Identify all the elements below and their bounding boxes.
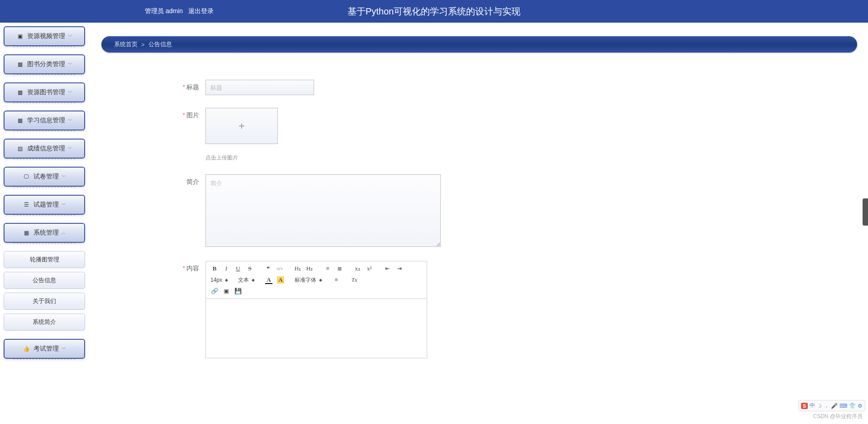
italic-button[interactable]: I	[221, 264, 231, 273]
chevron-down-icon: ﹀	[62, 202, 66, 208]
sidebar-item-system[interactable]: ▦ 系统管理 ︿	[4, 223, 85, 243]
standard-font-select[interactable]: 标准字体 ◆	[294, 275, 323, 285]
save-button[interactable]: 💾	[233, 287, 243, 296]
sidebar-item-label: 资源图书管理	[27, 88, 65, 96]
chevron-down-icon: ﹀	[68, 117, 72, 124]
h1-button[interactable]: H₁	[293, 264, 303, 273]
submenu-label: 系统简介	[33, 318, 56, 326]
grid-icon: ▦	[16, 61, 24, 67]
user-info: 管理员 admin 退出登录	[145, 7, 214, 15]
submenu-intro[interactable]: 系统简介	[4, 313, 85, 331]
insert-image-button[interactable]: ▣	[221, 287, 231, 296]
superscript-button[interactable]: x²	[364, 264, 374, 273]
breadcrumb-separator: >	[141, 41, 145, 48]
outdent-button[interactable]: ⇤	[382, 264, 392, 273]
monitor-icon: 🖵	[23, 173, 30, 180]
select-arrow-icon: ◆	[319, 278, 322, 282]
content-label: *内容	[165, 261, 205, 273]
submenu-announcement[interactable]: 公告信息	[4, 272, 85, 289]
select-arrow-icon: ◆	[252, 278, 255, 282]
sidebar-item-exam-paper[interactable]: 🖵 试卷管理 ﹀	[4, 167, 85, 187]
fontfamily-select[interactable]: 文本 ◆	[237, 275, 256, 285]
sidebar-item-label: 系统管理	[33, 229, 59, 237]
role-label: 管理员	[145, 7, 164, 15]
form-row-image: *图片 + 点击上传图片	[165, 108, 794, 162]
link-button[interactable]: 🔗	[210, 287, 219, 296]
right-drawer-handle[interactable]	[863, 198, 868, 226]
sidebar-item-grades[interactable]: ▤ 成绩信息管理 ﹀	[4, 139, 85, 159]
form-row-content: *内容 B I U S ❝ </> H₁ H₂	[165, 261, 794, 358]
video-icon: ▣	[16, 33, 24, 39]
sidebar-item-label: 试题管理	[33, 201, 59, 209]
code-button[interactable]: </>	[275, 264, 285, 273]
clear-format-button[interactable]: Tx	[349, 275, 359, 284]
chevron-down-icon: ﹀	[68, 89, 72, 96]
chevron-down-icon: ﹀	[62, 173, 66, 180]
submenu-label: 关于我们	[33, 297, 56, 305]
highlight-button[interactable]: A	[276, 275, 286, 284]
header-ribbon: 管理员 admin 退出登录 基于Python可视化的学习系统的设计与实现	[0, 0, 868, 23]
sidebar-item-label: 成绩信息管理	[27, 145, 65, 153]
sidebar-item-exam-mgmt[interactable]: 👍 考试管理 ﹀	[4, 339, 85, 359]
title-label: *标题	[165, 80, 205, 92]
required-star: *	[183, 83, 185, 91]
intro-textarea[interactable]	[205, 174, 441, 247]
underline-button[interactable]: U	[233, 264, 243, 273]
breadcrumb-current: 公告信息	[148, 40, 172, 48]
sidebar-item-label: 图书分类管理	[27, 60, 65, 68]
chevron-down-icon: ﹀	[68, 33, 72, 39]
strike-button[interactable]: S	[245, 264, 255, 273]
sidebar-item-label: 考试管理	[33, 345, 59, 353]
grid-icon: ▦	[23, 230, 30, 236]
indent-button[interactable]: ⇥	[394, 264, 404, 273]
ordered-list-button[interactable]: ≡	[323, 264, 333, 273]
select-arrow-icon: ◆	[225, 278, 228, 282]
breadcrumb: 系统首页 > 公告信息	[101, 36, 857, 53]
bold-button[interactable]: B	[210, 264, 219, 273]
required-star: *	[183, 265, 185, 272]
unordered-list-button[interactable]: ≣	[334, 264, 344, 273]
sidebar-item-book-resource[interactable]: ▦ 资源图书管理 ﹀	[4, 82, 85, 102]
text-color-button[interactable]: A	[264, 275, 274, 284]
sidebar: ▣ 资源视频管理 ﹀ ▦ 图书分类管理 ﹀ ▦ 资源图书管理 ﹀ ▦ 学习信息管…	[4, 23, 85, 367]
image-upload-box[interactable]: +	[205, 108, 278, 144]
chevron-up-icon: ︿	[62, 230, 66, 236]
sidebar-item-video[interactable]: ▣ 资源视频管理 ﹀	[4, 26, 85, 46]
form-row-intro: 简介	[165, 174, 794, 248]
breadcrumb-home[interactable]: 系统首页	[114, 40, 138, 48]
quote-button[interactable]: ❝	[263, 264, 273, 273]
app-title: 基于Python可视化的学习系统的设计与实现	[348, 5, 520, 18]
sidebar-item-label: 资源视频管理	[27, 32, 65, 40]
image-label: *图片	[165, 108, 205, 120]
plus-icon: +	[238, 120, 245, 132]
sidebar-item-questions[interactable]: ☰ 试题管理 ﹀	[4, 195, 85, 215]
upload-hint: 点击上传图片	[205, 154, 278, 162]
h2-button[interactable]: H₂	[305, 264, 315, 273]
editor-body[interactable]	[206, 299, 427, 358]
fontsize-select[interactable]: 14px ◆	[210, 275, 229, 285]
username: admin	[166, 7, 183, 15]
table-icon: ▤	[16, 145, 24, 152]
chevron-down-icon: ﹀	[68, 145, 72, 152]
editor-toolbar: B I U S ❝ </> H₁ H₂ ≡ ≣ x₂	[206, 261, 427, 299]
grid-icon: ▦	[16, 117, 24, 124]
required-star: *	[183, 111, 185, 119]
rich-editor: B I U S ❝ </> H₁ H₂ ≡ ≣ x₂	[205, 261, 427, 358]
title-input[interactable]	[205, 80, 314, 95]
form-area: *标题 *图片 + 点击上传图片 简介	[101, 53, 857, 389]
submenu-label: 轮播图管理	[30, 255, 59, 264]
submenu-carousel[interactable]: 轮播图管理	[4, 251, 85, 268]
sidebar-item-label: 试卷管理	[33, 173, 59, 181]
submenu-about[interactable]: 关于我们	[4, 293, 85, 310]
intro-label: 简介	[165, 174, 205, 186]
align-button[interactable]: ≡	[331, 275, 341, 284]
sidebar-item-book-category[interactable]: ▦ 图书分类管理 ﹀	[4, 54, 85, 74]
main-content: 系统首页 > 公告信息 *标题 *图片 + 点击上传图片	[91, 23, 868, 400]
sliders-icon: ☰	[23, 202, 30, 208]
chevron-down-icon: ﹀	[68, 61, 72, 67]
subscript-button[interactable]: x₂	[353, 264, 362, 273]
chevron-down-icon: ﹀	[62, 346, 66, 352]
logout-link[interactable]: 退出登录	[188, 7, 214, 15]
thumbs-icon: 👍	[23, 346, 30, 352]
sidebar-item-learning-info[interactable]: ▦ 学习信息管理 ﹀	[4, 111, 85, 130]
